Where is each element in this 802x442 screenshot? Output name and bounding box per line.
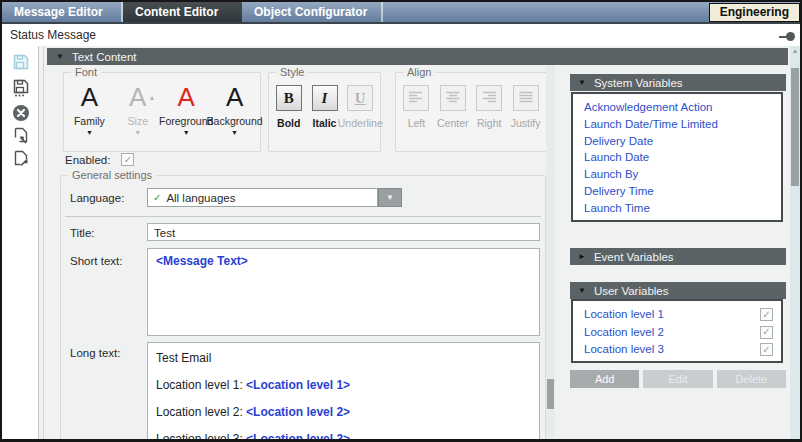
enabled-checkbox[interactable]: ✓ — [121, 153, 134, 166]
align-left-button[interactable] — [403, 85, 429, 111]
list-item[interactable]: Delivery Date — [573, 133, 781, 150]
export-icon — [11, 149, 31, 169]
align-center-icon — [446, 89, 460, 107]
user-variables-buttons: Add Edit Delete — [570, 370, 786, 388]
tab-content-editor[interactable]: Content Editor — [123, 2, 242, 22]
foreground-color-icon: A — [178, 82, 195, 114]
list-item[interactable]: Launch Date — [573, 149, 781, 166]
edit-button[interactable]: Edit — [643, 370, 712, 388]
tool-strip-divider — [43, 46, 44, 439]
enabled-row: Enabled: ✓ — [65, 153, 134, 166]
long-text-input[interactable]: Test Email Location level 1: <Location l… — [147, 342, 540, 442]
import-button[interactable] — [11, 126, 31, 146]
short-text-label: Short text: — [70, 255, 122, 267]
chevron-down-icon: ▼ — [386, 193, 394, 202]
align-justify-button[interactable] — [513, 85, 539, 111]
language-dropdown-button[interactable]: ▼ — [378, 188, 402, 207]
check-icon: ✓ — [762, 327, 770, 337]
font-family-button[interactable]: A Family ▼ — [66, 82, 112, 151]
chevron-down-icon: ▼ — [86, 129, 93, 136]
list-item[interactable]: Launch Date/Time Limited — [573, 116, 781, 133]
event-variables-header[interactable]: ► Event Variables — [570, 248, 786, 265]
save-as-icon — [11, 78, 31, 98]
message-text-token: <Message Text> — [156, 254, 248, 268]
font-size-button[interactable]: A▲ Size ▼ — [115, 82, 161, 151]
list-item[interactable]: Launch By — [573, 166, 781, 183]
status-bar: Status Message — [2, 24, 800, 46]
language-select[interactable]: ✓ All languages — [147, 188, 378, 207]
location-token: <Location level 1> — [246, 378, 350, 392]
bold-button[interactable]: B — [276, 85, 302, 111]
list-item: Location level 1 ✓ — [573, 306, 781, 324]
language-value: All languages — [166, 192, 235, 204]
font-foreground-button[interactable]: A Foreground ▼ — [163, 82, 209, 151]
page-title: Status Message — [10, 24, 96, 46]
application-window: Message Editor Content Editor Object Con… — [0, 0, 802, 442]
font-background-button[interactable]: A Background ▼ — [212, 82, 258, 151]
title-label: Title: — [70, 227, 95, 239]
editor-scrollbar[interactable] — [546, 65, 555, 437]
general-settings-label: General settings — [68, 169, 156, 181]
long-text-line: Location level 3: <Location level 3> — [156, 426, 531, 442]
list-item[interactable]: Acknowledgement Action — [573, 99, 781, 116]
text-content-section-header[interactable]: ▼ Text Content — [47, 48, 788, 65]
separator — [65, 216, 541, 217]
delete-icon — [11, 103, 31, 123]
language-label: Language: — [70, 192, 124, 204]
import-icon — [11, 126, 31, 146]
align-group-label: Align — [403, 66, 435, 78]
system-variables-header[interactable]: ▼ System Variables — [570, 74, 786, 91]
font-group: Font A Family ▼ A▲ Size ▼ A Foreground — [63, 72, 261, 152]
perspective-engineering-button[interactable]: Engineering — [709, 3, 800, 22]
underline-button[interactable]: U — [347, 85, 373, 111]
tab-message-editor[interactable]: Message Editor — [2, 2, 121, 22]
editor-column: Font A Family ▼ A▲ Size ▼ A Foreground — [47, 65, 547, 439]
tab-separator — [381, 2, 383, 22]
style-group: Style B Bold I Italic U Underline — [268, 72, 381, 152]
save-button[interactable] — [11, 52, 31, 72]
check-icon: ✓ — [762, 310, 770, 320]
editor-scrollbar-thumb — [547, 379, 554, 409]
user-variables-header[interactable]: ▼ User Variables — [570, 282, 786, 299]
window-scrollbar[interactable]: ▲ — [790, 46, 800, 439]
chevron-down-icon: ▼ — [183, 129, 190, 136]
collapse-triangle-icon: ► — [578, 252, 586, 261]
align-justify-icon — [519, 89, 533, 107]
list-item[interactable]: Launch Time — [573, 200, 781, 217]
delete-button[interactable] — [11, 103, 31, 123]
short-text-input[interactable]: <Message Text> — [147, 248, 540, 336]
collapse-triangle-icon: ▼ — [56, 52, 64, 61]
collapse-triangle-icon: ▼ — [578, 78, 586, 87]
check-icon: ✓ — [124, 155, 132, 165]
add-button[interactable]: Add — [570, 370, 639, 388]
user-variable-checkbox[interactable]: ✓ — [760, 326, 773, 339]
check-icon: ✓ — [762, 345, 770, 355]
main-area: ▼ Text Content Font A Family ▼ A▲ Size ▼ — [2, 46, 800, 439]
align-right-button[interactable] — [476, 85, 502, 111]
list-item[interactable]: Delivery Time — [573, 183, 781, 200]
delete-button[interactable]: Delete — [717, 370, 786, 388]
pin-icon[interactable] — [777, 32, 795, 41]
tab-object-configurator[interactable]: Object Configurator — [242, 2, 381, 22]
align-group: Align Left — [395, 72, 547, 152]
location-token: <Location level 2> — [246, 405, 350, 419]
save-as-button[interactable] — [11, 78, 31, 98]
scroll-up-icon: ▲ — [790, 48, 800, 54]
align-left-icon — [409, 89, 423, 107]
font-group-label: Font — [71, 66, 101, 78]
align-center-button[interactable] — [440, 85, 466, 111]
export-button[interactable] — [11, 149, 31, 169]
user-variable-checkbox[interactable]: ✓ — [760, 308, 773, 321]
user-variable-checkbox[interactable]: ✓ — [760, 343, 773, 356]
italic-button[interactable]: I — [312, 85, 338, 111]
title-input[interactable]: Test — [147, 223, 540, 241]
long-text-line: Test Email — [156, 345, 531, 372]
system-variables-list: Acknowledgement Action Launch Date/Time … — [571, 92, 783, 222]
variables-column: ▼ System Variables Acknowledgement Actio… — [570, 74, 786, 439]
list-item: Location level 2 ✓ — [573, 324, 781, 342]
section-title: Text Content — [72, 51, 137, 63]
long-text-label: Long text: — [70, 347, 121, 359]
enabled-label: Enabled: — [65, 154, 110, 166]
chevron-down-icon: ▼ — [231, 129, 238, 136]
font-family-icon: A — [81, 82, 98, 114]
